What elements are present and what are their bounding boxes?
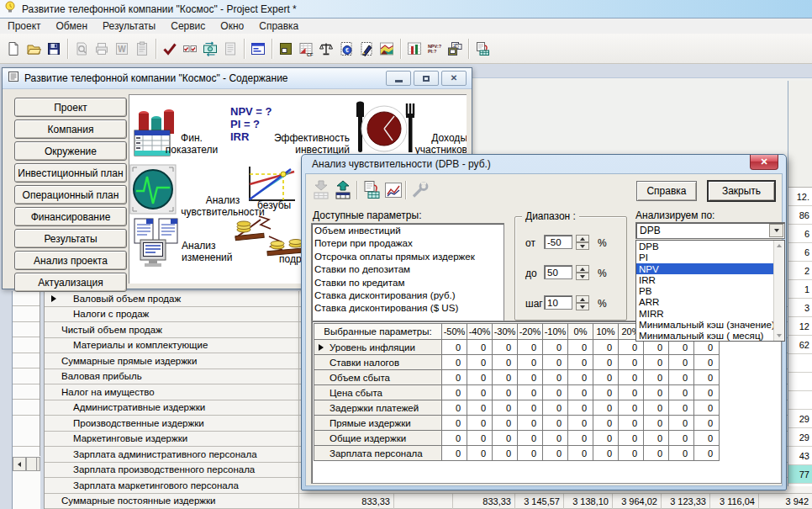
grid-cell[interactable]: 0 (568, 431, 593, 446)
new-document-icon[interactable] (3, 38, 24, 60)
grid-cell[interactable]: 0 (467, 400, 493, 416)
table-cell[interactable] (393, 494, 452, 509)
grid-cell[interactable]: 0 (467, 416, 493, 431)
table-cell[interactable]: 3 145,57 (514, 494, 563, 509)
grid-cell[interactable]: 0 (593, 416, 619, 431)
grid-cell[interactable]: 0 (593, 385, 619, 400)
grid-row[interactable]: Цена сбыта00000000000 (314, 385, 720, 400)
grid-cell[interactable]: 0 (518, 355, 543, 370)
analyze-by-combobox[interactable]: DPB (635, 222, 785, 239)
grid-cell[interactable]: 0 (694, 370, 720, 385)
grid-row[interactable]: Ставки налогов00000000000 (314, 355, 720, 370)
combobox-dropdown-button[interactable] (769, 224, 783, 237)
grid-cell[interactable]: 0 (493, 385, 518, 400)
section-button[interactable]: Операционный план (14, 185, 127, 204)
grid-cell[interactable]: 0 (442, 385, 467, 400)
changes-analysis-icon[interactable] (133, 216, 182, 272)
dropdown-option[interactable]: Минимальный кэш (значение) (636, 319, 784, 330)
section-button[interactable]: Компания (14, 119, 127, 139)
minimize-button[interactable] (386, 71, 411, 86)
table-cell[interactable]: 3 (788, 299, 812, 317)
grid-cell[interactable]: 0 (619, 431, 644, 446)
section-button[interactable]: Анализ проекта (14, 251, 127, 270)
table-cell[interactable]: 6 (788, 243, 812, 262)
grid-cell[interactable]: 0 (593, 400, 619, 416)
grid-cell[interactable]: 0 (644, 446, 669, 461)
grid-cell[interactable]: 0 (467, 385, 493, 400)
menu-item[interactable]: Проект (0, 19, 49, 33)
grid-row[interactable]: Общие издержки00000000000 (314, 431, 720, 446)
grid-row[interactable]: Зарплата персонала00000000000 (314, 446, 720, 461)
compare-variants-icon[interactable] (180, 38, 200, 60)
table-cell[interactable]: 3 942 (758, 494, 812, 509)
grid-cell[interactable]: 0 (568, 400, 593, 416)
table-cell[interactable] (788, 354, 812, 373)
table-cell[interactable]: 29 (788, 410, 812, 428)
grid-cell[interactable]: 0 (543, 385, 568, 400)
table-cell[interactable]: 3 123,33 (661, 494, 709, 509)
grid-cell[interactable]: 0 (669, 385, 694, 400)
grid-cell[interactable]: 0 (543, 416, 568, 431)
range-to-input[interactable] (544, 265, 572, 279)
list-option[interactable]: Ставки по кредитам (312, 276, 504, 289)
grid-cell[interactable]: 0 (518, 431, 543, 446)
grid-cell[interactable]: 0 (442, 416, 467, 431)
grid-cell[interactable]: 0 (543, 400, 568, 416)
copy-to-report-icon[interactable] (361, 179, 382, 201)
spin-down-button[interactable] (576, 242, 589, 250)
move-up-icon[interactable] (333, 179, 353, 201)
scales-icon[interactable] (316, 38, 336, 60)
menu-item[interactable]: Окно (213, 19, 251, 33)
grid-cell[interactable]: 0 (669, 340, 694, 355)
dropdown-option[interactable]: MIRR (636, 308, 784, 319)
grid-cell[interactable]: 0 (442, 355, 467, 370)
grid-cell[interactable]: 0 (619, 355, 644, 370)
grid-cell[interactable]: 0 (644, 385, 669, 400)
grid-cell[interactable]: 0 (644, 370, 669, 385)
grid-cell[interactable]: 0 (619, 370, 644, 385)
currency-exchange-icon[interactable] (200, 38, 220, 60)
section-button[interactable]: Актуализация (14, 273, 127, 292)
dialog-close-button[interactable]: ✕ (750, 155, 778, 170)
profit-chart-icon[interactable] (377, 38, 397, 60)
grid-cell[interactable]: 0 (467, 446, 493, 461)
grid-cell[interactable]: 0 (467, 431, 493, 446)
grid-cell[interactable]: 0 (593, 370, 619, 385)
grid-cell[interactable]: 0 (543, 431, 568, 446)
spin-down-button[interactable] (576, 303, 589, 310)
grid-row[interactable]: Уровень инфляции00000000000 (314, 340, 720, 355)
table-cell[interactable]: 6 (788, 225, 812, 243)
project-book-icon[interactable] (276, 38, 296, 60)
dialog-form-icon[interactable] (248, 38, 268, 60)
table-cell[interactable]: 77 (788, 465, 812, 484)
table-cell[interactable]: 29 (788, 428, 812, 447)
grid-cell[interactable]: 0 (518, 340, 543, 355)
menu-item[interactable]: Обмен (49, 19, 96, 33)
grid-cell[interactable]: 0 (493, 446, 518, 461)
grid-cell[interactable]: 0 (493, 370, 518, 385)
grid-cell[interactable]: 0 (694, 400, 720, 416)
dropdown-option[interactable]: PI (636, 252, 784, 262)
table-cell[interactable] (788, 391, 812, 410)
grid-cell[interactable]: 0 (644, 340, 669, 355)
report-editor-icon[interactable] (356, 38, 377, 60)
table-cell[interactable]: 3 138,10 (563, 494, 612, 509)
grid-cell[interactable]: 0 (669, 416, 694, 431)
grid-cell[interactable]: 0 (568, 370, 593, 385)
money-report-icon[interactable]: € (336, 38, 356, 60)
section-button[interactable]: Результаты (14, 229, 127, 248)
table-cell[interactable]: 43 (788, 447, 812, 465)
grid-cell[interactable]: 0 (442, 400, 467, 416)
table-cell[interactable]: 2 (788, 262, 812, 280)
table-cell[interactable]: 3 116,04 (709, 494, 758, 509)
range-step-input[interactable] (544, 295, 572, 310)
grid-cell[interactable]: 0 (644, 431, 669, 446)
section-button[interactable]: Окружение (14, 141, 127, 161)
settings-wrench-icon[interactable] (410, 179, 430, 201)
grid-cell[interactable]: 0 (669, 400, 694, 416)
grid-row[interactable]: Объем сбыта00000000000 (314, 370, 720, 385)
grid-row[interactable]: Прямые издержки00000000000 (314, 416, 720, 431)
list-option[interactable]: Ставка дисконтирования ($ US) (312, 301, 504, 314)
grid-cell[interactable]: 0 (619, 385, 644, 400)
spin-down-button[interactable] (576, 273, 589, 280)
